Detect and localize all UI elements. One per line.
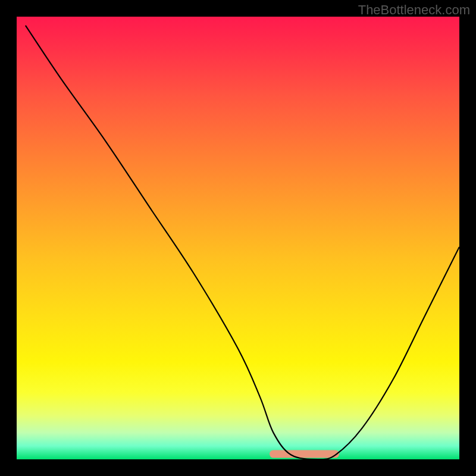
chart-svg (17, 17, 459, 459)
curve-line (26, 26, 459, 459)
plot-area (17, 17, 459, 459)
chart-container: TheBottleneck.com (0, 0, 476, 476)
watermark-text: TheBottleneck.com (358, 2, 470, 18)
